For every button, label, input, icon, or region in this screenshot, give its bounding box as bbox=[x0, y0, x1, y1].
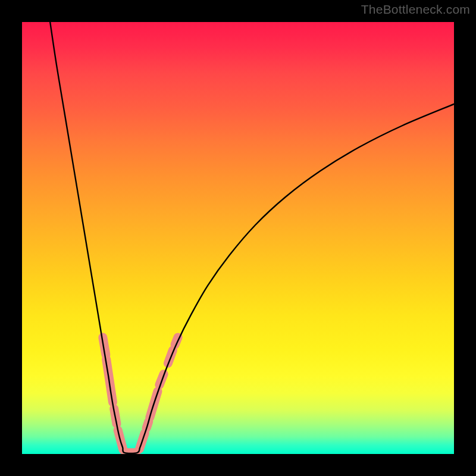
bottleneck-curve bbox=[50, 22, 454, 453]
chart-canvas: TheBottleneck.com bbox=[0, 0, 476, 476]
curve-layer bbox=[22, 22, 454, 454]
plot-area bbox=[22, 22, 454, 454]
pill-markers bbox=[103, 337, 178, 453]
watermark-text: TheBottleneck.com bbox=[361, 2, 470, 17]
